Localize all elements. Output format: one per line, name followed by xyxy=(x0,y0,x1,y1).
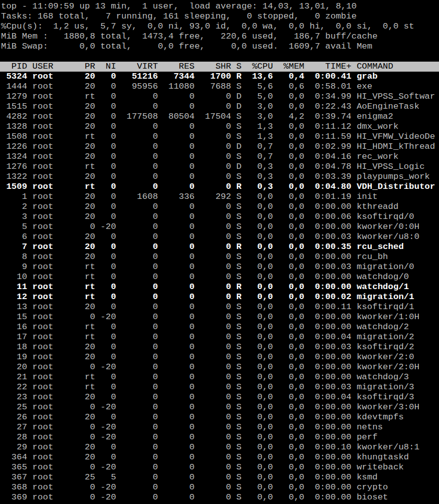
blank-line xyxy=(0,52,439,62)
process-row: 6 root 20 0 0 0 0 S 0,0 0,0 0:00.03 kwor… xyxy=(0,232,439,242)
process-row: 368 root 0 -20 0 0 0 S 0,0 0,0 0:00.00 c… xyxy=(0,482,439,492)
process-row: 22 root rt 0 0 0 0 S 0,0 0,0 0:00.03 mig… xyxy=(0,382,439,392)
process-row: 1226 root 20 0 0 0 0 D 0,7 0,0 0:02.99 H… xyxy=(0,142,439,152)
process-row: 7 root 20 0 0 0 0 R 0,0 0,0 0:00.35 rcu_… xyxy=(0,242,439,252)
summary-line-uptime: top - 11:09:59 up 13 min, 1 user, load a… xyxy=(0,2,439,12)
process-row: 1508 root rt 0 0 0 0 S 1,3 0,0 0:11.59 H… xyxy=(0,132,439,142)
summary-line-mem: MiB Mem : 1880,8 total, 1473,4 free, 220… xyxy=(0,32,439,42)
process-row: 19 root 20 0 0 0 0 S 0,0 0,0 0:00.00 kwo… xyxy=(0,352,439,362)
process-row: 5324 root 20 0 51216 7344 1700 R 13,6 0,… xyxy=(0,72,439,82)
process-row: 369 root 0 -20 0 0 0 S 0,0 0,0 0:00.00 b… xyxy=(0,492,439,502)
process-row: 1328 root 20 0 0 0 0 S 1,3 0,0 0:11.12 d… xyxy=(0,122,439,132)
process-row: 1276 root rt 0 0 0 0 D 0,3 0,0 0:04.78 H… xyxy=(0,162,439,172)
process-row: 28 root 0 -20 0 0 0 S 0,0 0,0 0:00.00 pe… xyxy=(0,432,439,442)
process-row: 12 root rt 0 0 0 0 R 0,0 0,0 0:00.02 mig… xyxy=(0,292,439,302)
process-row: 1322 root 20 0 0 0 0 S 0,3 0,0 0:03.39 p… xyxy=(0,172,439,182)
process-row: 367 root 25 5 0 0 0 S 0,0 0,0 0:00.00 ks… xyxy=(0,472,439,482)
process-row: 1444 root 20 0 95956 11080 7688 S 5,6 0,… xyxy=(0,82,439,92)
process-row: 8 root 20 0 0 0 0 S 0,0 0,0 0:00.00 rcu_… xyxy=(0,252,439,262)
process-row: 1509 root rt 0 0 0 0 R 0,3 0,0 0:04.80 V… xyxy=(0,182,439,192)
process-row: 18 root 20 0 0 0 0 S 0,0 0,0 0:00.03 kso… xyxy=(0,342,439,352)
process-row: 25 root 0 -20 0 0 0 S 0,0 0,0 0:00.00 kw… xyxy=(0,402,439,412)
process-row: 13 root 20 0 0 0 0 S 0,0 0,0 0:00.11 kso… xyxy=(0,302,439,312)
process-row: 16 root rt 0 0 0 0 S 0,0 0,0 0:00.00 wat… xyxy=(0,322,439,332)
process-row: 1324 root 20 0 0 0 0 S 0,7 0,0 0:04.16 r… xyxy=(0,152,439,162)
process-row: 9 root rt 0 0 0 0 S 0,0 0,0 0:00.03 migr… xyxy=(0,262,439,272)
process-table: 5324 root 20 0 51216 7344 1700 R 13,6 0,… xyxy=(0,72,439,502)
process-row: 1515 root 20 0 0 0 0 D 3,0 0,0 0:22.43 A… xyxy=(0,102,439,112)
process-row: 11 root rt 0 0 0 0 R 0,0 0,0 0:00.00 wat… xyxy=(0,282,439,292)
process-row: 4282 root 20 0 177508 80504 17504 S 3,0 … xyxy=(0,112,439,122)
process-row: 1279 root rt 0 0 0 0 D 5,0 0,0 0:34.99 H… xyxy=(0,92,439,102)
process-row: 15 root 0 -20 0 0 0 S 0,0 0,0 0:00.00 kw… xyxy=(0,312,439,322)
process-row: 3 root 20 0 0 0 0 S 0,0 0,0 0:00.06 ksof… xyxy=(0,212,439,222)
process-row: 29 root 20 0 0 0 0 S 0,0 0,0 0:00.10 kwo… xyxy=(0,442,439,452)
process-row: 26 root 20 0 0 0 0 S 0,0 0,0 0:00.00 kde… xyxy=(0,412,439,422)
process-row: 21 root rt 0 0 0 0 S 0,0 0,0 0:00.00 wat… xyxy=(0,372,439,382)
summary-line-cpu: %Cpu(s): 1,2 us, 5,7 sy, 0,0 ni, 93,0 id… xyxy=(0,22,439,32)
process-row: 17 root rt 0 0 0 0 S 0,0 0,0 0:00.04 mig… xyxy=(0,332,439,342)
process-row: 10 root rt 0 0 0 0 S 0,0 0,0 0:00.00 wat… xyxy=(0,272,439,282)
terminal-screen[interactable]: top - 11:09:59 up 13 min, 1 user, load a… xyxy=(0,0,439,504)
summary-line-tasks: Tasks: 168 total, 7 running, 161 sleepin… xyxy=(0,12,439,22)
process-row: 365 root 0 -20 0 0 0 S 0,0 0,0 0:00.00 w… xyxy=(0,462,439,472)
process-row: 364 root 20 0 0 0 0 S 0,0 0,0 0:00.00 kh… xyxy=(0,452,439,462)
process-row: 27 root 0 -20 0 0 0 S 0,0 0,0 0:00.00 ne… xyxy=(0,422,439,432)
table-header-row: PID USER PR NI VIRT RES SHR S %CPU %MEM … xyxy=(0,62,439,72)
process-row: 5 root 0 -20 0 0 0 S 0,0 0,0 0:00.00 kwo… xyxy=(0,222,439,232)
process-row: 1 root 20 0 1608 336 292 S 0,0 0,0 0:01.… xyxy=(0,192,439,202)
process-row: 20 root 0 -20 0 0 0 S 0,0 0,0 0:00.00 kw… xyxy=(0,362,439,372)
process-row: 2 root 20 0 0 0 0 S 0,0 0,0 0:00.00 kthr… xyxy=(0,202,439,212)
process-row: 23 root 20 0 0 0 0 S 0,0 0,0 0:00.04 kso… xyxy=(0,392,439,402)
summary-line-swap: MiB Swap: 0,0 total, 0,0 free, 0,0 used.… xyxy=(0,42,439,52)
